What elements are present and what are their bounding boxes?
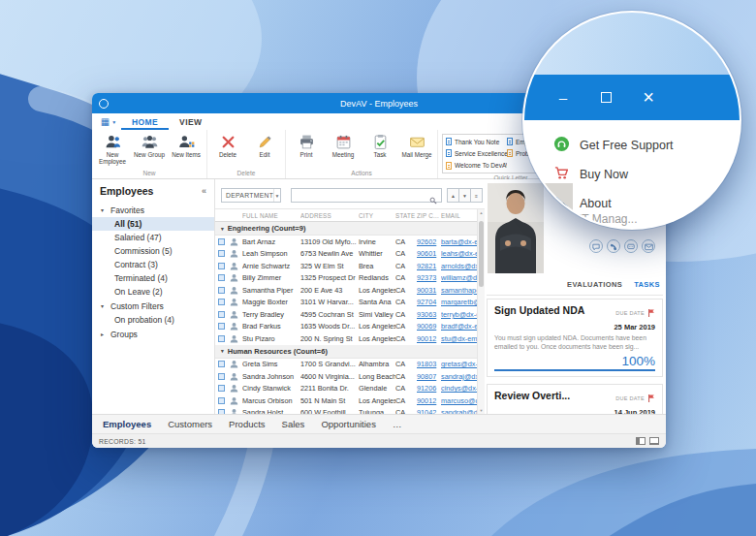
module-tab-[interactable]: … (393, 419, 402, 429)
sms-button[interactable] (624, 239, 638, 253)
group-row[interactable]: ▾Engineering (Count=9) (215, 222, 477, 236)
tab-tasks[interactable]: TASKS (634, 280, 660, 289)
task-card[interactable]: Sign Updated NDADUE DATE25 Mar 2019You m… (487, 299, 663, 377)
close-button[interactable]: × (627, 75, 670, 120)
cell-zip-link[interactable]: 92821 (417, 262, 441, 270)
table-row[interactable]: Brad Farkus1635 Woods Dr...Los AngelesCA… (215, 321, 477, 333)
new-employee-button[interactable]: New Employee (94, 132, 131, 166)
table-row[interactable]: Bart Arnaz13109 Old Myfo...IrvineCA92602… (215, 236, 477, 248)
menu-item-get-free-support[interactable]: Get Free Support (524, 131, 740, 160)
column-email[interactable]: EMAIL (441, 212, 477, 219)
mail-merge-button[interactable]: Mail Merge (398, 132, 435, 166)
cell-zip-link[interactable]: 90031 (417, 286, 441, 295)
cell-email-link[interactable]: samanthap@dx-em... (441, 286, 477, 295)
department-filter[interactable]: DEPARTMENT ▼ (221, 188, 281, 203)
delete-button[interactable]: Delete (209, 132, 246, 166)
cell-email-link[interactable]: margaretb@dx-em... (441, 298, 477, 306)
column-city[interactable]: CITY (359, 212, 395, 219)
sidebar-section-custom-filters[interactable]: ▾Custom Filters (92, 299, 214, 313)
print-button[interactable]: Print (288, 132, 325, 166)
cell-zip-link[interactable]: 92373 (417, 273, 441, 282)
module-tab-products[interactable]: Products (229, 419, 266, 429)
cell-zip-link[interactable]: 91803 (417, 360, 441, 368)
sidebar-item-on-leave-2[interactable]: On Leave (2) (92, 285, 214, 299)
sidebar-item-on-probation-4[interactable]: On probation (4) (92, 313, 214, 327)
cell-zip-link[interactable]: 90012 (417, 334, 441, 343)
cell-email-link[interactable]: leahs@dx-email.com (441, 249, 477, 258)
welcome-to-devav-item[interactable]: Welcome To DevAV (446, 160, 507, 172)
sidebar-section-groups[interactable]: ▸Groups (92, 327, 214, 341)
edit-button[interactable]: Edit (246, 132, 283, 166)
module-tab-sales[interactable]: Sales (282, 419, 305, 429)
mail-button[interactable] (642, 239, 655, 253)
module-tab-opportunities[interactable]: Opportunities (321, 419, 376, 429)
service-excellence-item[interactable]: Service Excellence (446, 147, 507, 159)
cell-zip-link[interactable]: 90069 (417, 322, 441, 331)
cell-zip-link[interactable]: 92602 (417, 237, 441, 246)
tab-view[interactable]: VIEW (169, 113, 212, 130)
scroll-up-icon[interactable]: ▲ (478, 210, 485, 215)
module-tab-customers[interactable]: Customers (168, 419, 212, 429)
task-button[interactable]: Task (362, 132, 398, 166)
cell-email-link[interactable]: arnolds@dx-email.c... (441, 262, 477, 270)
scrollbar-thumb[interactable] (479, 221, 484, 287)
thank-you-note-item[interactable]: Thank You Note (446, 136, 507, 147)
scroll-down-icon[interactable]: ▼ (478, 408, 485, 413)
grid-scrollbar[interactable]: ▲ ▼ (477, 209, 485, 414)
collapse-icon[interactable]: « (202, 186, 206, 196)
cell-email-link[interactable]: williamz@dx-email... (441, 273, 477, 282)
sidebar-item-commission-5[interactable]: Commission (5) (92, 244, 214, 258)
new-items-button[interactable]: New Items (168, 132, 205, 166)
table-row[interactable]: Sandra Holst600 W Foothill...TujungaCA91… (215, 407, 477, 415)
cell-zip-link[interactable]: 92704 (417, 298, 441, 306)
cell-zip-link[interactable]: 93063 (417, 310, 441, 319)
cell-email-link[interactable]: gretas@dx-email.co... (441, 360, 477, 368)
sidebar-item-all-51[interactable]: All (51) (92, 217, 214, 231)
panel-layout-left-icon[interactable] (636, 437, 646, 445)
search-input[interactable] (291, 188, 442, 203)
cell-email-link[interactable]: terryb@dx-email.c... (441, 310, 477, 319)
cell-email-link[interactable]: barta@dx-email.com (441, 237, 477, 246)
group-row[interactable]: ▾Human Resources (Count=6) (215, 345, 477, 359)
cell-zip-link[interactable]: 90601 (417, 249, 441, 258)
table-row[interactable]: Sandra Johnson4600 N Virginia...Long Bea… (215, 370, 477, 383)
table-row[interactable]: Marcus Orbison501 N Main StLos AngelesCA… (215, 394, 477, 407)
app-menu-button[interactable]: ▦▼ (96, 113, 121, 130)
cell-email-link[interactable]: marcuso@dx-email... (441, 396, 477, 405)
maximize-button[interactable] (584, 75, 627, 120)
sidebar-section-favorites[interactable]: ▾Favorites (92, 203, 214, 217)
tab-home[interactable]: HOME (121, 113, 169, 130)
cell-email-link[interactable]: cindys@dx-email.co... (441, 384, 477, 393)
cell-email-link[interactable]: bradf@dx-email.co... (441, 322, 477, 331)
table-row[interactable]: Stu Pizaro200 N. Spring StLos AngelesCA9… (215, 332, 477, 345)
cell-zip-link[interactable]: 91206 (417, 384, 441, 393)
table-row[interactable]: Cindy Stanwick2211 Bonita Dr.GlendaleCA9… (215, 383, 477, 395)
new-group-button[interactable]: New Group (131, 132, 168, 166)
cell-email-link[interactable]: stu@dx-email.com (441, 334, 477, 343)
cell-zip-link[interactable]: 90012 (417, 396, 441, 405)
column-zip-c[interactable]: ZIP C... (417, 212, 441, 219)
column-address[interactable]: ADDRESS (300, 212, 359, 219)
module-tab-employees[interactable]: Employees (103, 419, 151, 429)
table-row[interactable]: Greta Sims1700 S Grandvi...AlhambraCA918… (215, 359, 477, 371)
chat-button[interactable] (589, 239, 603, 253)
cell-email-link[interactable]: sandraj@dx-email... (441, 372, 477, 381)
sidebar-item-contract-3[interactable]: Contract (3) (92, 258, 214, 271)
sidebar-item-salaried-47[interactable]: Salaried (47) (92, 231, 214, 244)
grid-options-button[interactable]: ≡ (470, 188, 483, 203)
task-card[interactable]: Review Overti...DUE DATE14 Jun 2019Brett… (487, 384, 663, 414)
column-full-name[interactable]: FULL NAME (242, 212, 300, 219)
table-row[interactable]: Billy Zimmer1325 Prospect DrRedlandsCA92… (215, 272, 477, 285)
sidebar-item-terminated-4[interactable]: Terminated (4) (92, 271, 214, 285)
meeting-button[interactable]: Meeting (325, 132, 362, 166)
table-row[interactable]: Arnie Schwartz325 W Elm StBreaCA92821arn… (215, 260, 477, 272)
minimize-button[interactable]: – (542, 75, 584, 120)
table-row[interactable]: Samantha Piper200 E Ave 43Los AngelesCA9… (215, 284, 477, 297)
table-row[interactable]: Leah Simpson6753 Newlin AveWhittierCA906… (215, 248, 477, 261)
table-row[interactable]: Terry Bradley4595 Cochran StSimi ValleyC… (215, 308, 477, 321)
panel-layout-bottom-icon[interactable] (649, 437, 659, 445)
cell-zip-link[interactable]: 90807 (417, 372, 441, 381)
phone-button[interactable] (607, 239, 620, 253)
column-state[interactable]: STATE (395, 212, 417, 219)
table-row[interactable]: Maggie Boxter3101 W Harvar...Santa AnaCA… (215, 297, 477, 309)
